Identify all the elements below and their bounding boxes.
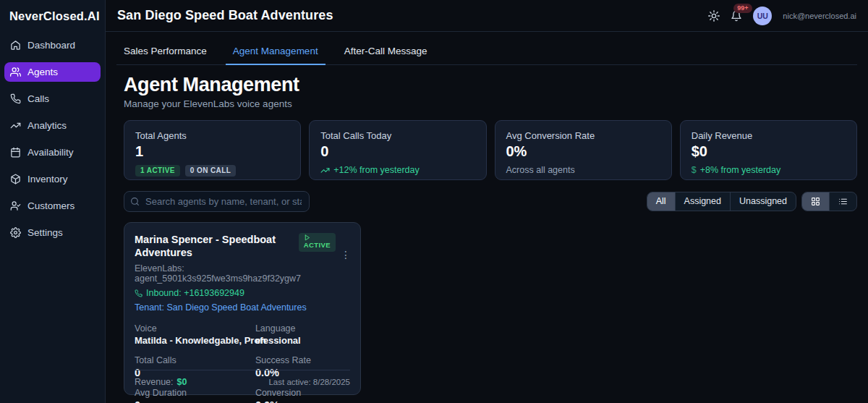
stat-card-total-agents: Total Agents 1 1 ACTIVE 0 ON CALL: [124, 120, 301, 180]
trending-up-icon: [10, 120, 21, 131]
sidebar-nav: Dashboard Agents Calls Analytics Availab…: [0, 35, 105, 242]
sidebar-item-calls[interactable]: Calls: [4, 89, 101, 109]
agent-inbound-number: Inbound: +16193692949: [135, 288, 350, 298]
stats-row: Total Agents 1 1 ACTIVE 0 ON CALL Total …: [124, 120, 857, 180]
sidebar-item-label: Inventory: [27, 174, 68, 184]
status-badge-label: ACTIVE: [304, 241, 331, 249]
field-language: Language en: [255, 323, 350, 346]
assignment-filter: All Assigned Unassigned: [647, 192, 796, 212]
header: San Diego Speed Boat Adventures 99+ UU n…: [106, 0, 868, 32]
stat-label: Total Calls Today: [320, 130, 475, 141]
stat-card-avg-conversion-rate: Avg Conversion Rate 0% Across all agents: [495, 120, 672, 180]
field-value: Matilda - Knowledgable, Professional: [135, 335, 255, 346]
field-label: Avg Duration: [135, 388, 255, 398]
filter-all-button[interactable]: All: [647, 192, 676, 211]
field-label: Total Calls: [135, 355, 255, 365]
field-label: Language: [255, 323, 350, 334]
sidebar-item-settings[interactable]: Settings: [4, 223, 101, 242]
field-conversion: Conversion 0.0%: [255, 388, 350, 403]
revenue-label: Revenue:: [135, 377, 174, 387]
grid-view-button[interactable]: [802, 192, 830, 211]
sidebar: NeverClosed.AI Dashboard Agents Calls An…: [0, 0, 106, 403]
field-value: 0.0%: [255, 399, 350, 403]
user-check-icon: [10, 200, 21, 211]
trending-up-icon: [320, 166, 330, 175]
app-logo: NeverClosed.AI: [0, 0, 105, 35]
stat-value: 0: [320, 143, 475, 160]
sidebar-item-inventory[interactable]: Inventory: [4, 169, 101, 189]
agent-card: Marina Spencer - Speedboat Adventures AC…: [124, 222, 361, 395]
field-avg-duration: Avg Duration 0s: [135, 388, 255, 403]
field-voice: Voice Matilda - Knowledgable, Profession…: [135, 323, 255, 346]
field-value: 0s: [135, 399, 255, 403]
sidebar-item-label: Customers: [27, 200, 75, 211]
stat-note-text: Across all agents: [506, 165, 660, 175]
page-subtitle: Manage your ElevenLabs voice agents: [124, 98, 857, 109]
page-header-title: San Diego Speed Boat Adventures: [117, 8, 333, 23]
field-label: Success Rate: [255, 355, 350, 365]
revenue-value: $0: [177, 377, 187, 387]
calendar-icon: [10, 147, 21, 158]
dollar-icon: $: [692, 165, 697, 175]
grid-icon: [811, 197, 820, 206]
active-count-badge: 1 ACTIVE: [135, 165, 180, 177]
stat-trend-note: +12% from yesterday: [320, 165, 475, 175]
search-icon: [130, 197, 140, 206]
view-toggle: [801, 192, 857, 212]
sidebar-item-analytics[interactable]: Analytics: [4, 116, 101, 135]
filter-unassigned-button[interactable]: Unassigned: [731, 192, 796, 211]
tab-bar: Sales Performance Agent Management After…: [116, 39, 857, 65]
agent-elevenlabs-id: ElevenLabs: agent_5901k3s925fwe3ms9haz9f…: [135, 263, 350, 284]
tab-sales-performance[interactable]: Sales Performance: [116, 39, 214, 64]
agent-metrics-grid: Voice Matilda - Knowledgable, Profession…: [135, 323, 350, 403]
search-box: [124, 191, 310, 212]
agent-card-footer: Revenue: $0 Last active: 8/28/2025: [135, 370, 350, 387]
filter-assigned-button[interactable]: Assigned: [676, 192, 731, 211]
agent-name: Marina Spencer - Speedboat Adventures: [135, 233, 292, 259]
header-actions: 99+ UU nick@neverclosed.ai: [708, 7, 856, 25]
play-icon: [304, 234, 310, 241]
sidebar-item-label: Analytics: [27, 120, 67, 131]
stat-note-text: +8% from yesterday: [700, 165, 781, 175]
gear-icon: [10, 227, 21, 238]
status-badge: ACTIVE: [299, 233, 336, 252]
notification-count-badge: 99+: [733, 4, 752, 13]
list-view-button[interactable]: [830, 192, 856, 211]
notifications-bell-icon[interactable]: 99+: [731, 10, 742, 22]
tab-agent-management[interactable]: Agent Management: [226, 39, 326, 65]
avatar[interactable]: UU: [753, 7, 772, 25]
sidebar-item-label: Dashboard: [27, 40, 75, 51]
tab-after-call-message[interactable]: After-Call Message: [337, 39, 435, 64]
phone-icon: [10, 93, 21, 104]
search-input[interactable]: [124, 191, 310, 212]
stat-trend-note: $ +8% from yesterday: [692, 165, 846, 175]
main-content: Sales Performance Agent Management After…: [106, 32, 868, 403]
last-active: Last active: 8/28/2025: [268, 378, 350, 386]
stat-label: Total Agents: [135, 130, 289, 141]
agent-tenant: Tenant: San Diego Speed Boat Adventures: [135, 302, 350, 313]
sidebar-item-label: Settings: [27, 227, 63, 238]
users-icon: [10, 67, 21, 77]
stat-card-total-calls-today: Total Calls Today 0 +12% from yesterday: [309, 120, 486, 180]
agent-menu-kebab-icon[interactable]: ⋮: [341, 250, 351, 260]
phone-icon: [135, 289, 142, 297]
theme-toggle-sun-icon[interactable]: [708, 10, 720, 22]
stat-label: Avg Conversion Rate: [506, 130, 660, 141]
field-label: Voice: [135, 323, 255, 334]
agents-toolbar: All Assigned Unassigned: [124, 191, 857, 212]
stat-value: $0: [692, 143, 846, 160]
on-call-count-badge: 0 ON CALL: [185, 165, 236, 177]
sidebar-item-availability[interactable]: Availability: [4, 143, 101, 162]
field-label: Conversion: [255, 388, 350, 398]
stat-note-text: +12% from yesterday: [333, 165, 419, 175]
sidebar-item-agents[interactable]: Agents: [4, 62, 101, 82]
stat-card-daily-revenue: Daily Revenue $0 $ +8% from yesterday: [680, 120, 857, 180]
sidebar-item-label: Calls: [27, 93, 49, 104]
package-icon: [10, 174, 21, 184]
user-email: nick@neverclosed.ai: [783, 12, 856, 20]
sidebar-item-dashboard[interactable]: Dashboard: [4, 35, 101, 55]
agent-inbound-label: Inbound: +16193692949: [146, 288, 244, 298]
sidebar-item-customers[interactable]: Customers: [4, 196, 101, 216]
sidebar-item-label: Agents: [27, 67, 58, 77]
stat-value: 1: [135, 143, 289, 160]
